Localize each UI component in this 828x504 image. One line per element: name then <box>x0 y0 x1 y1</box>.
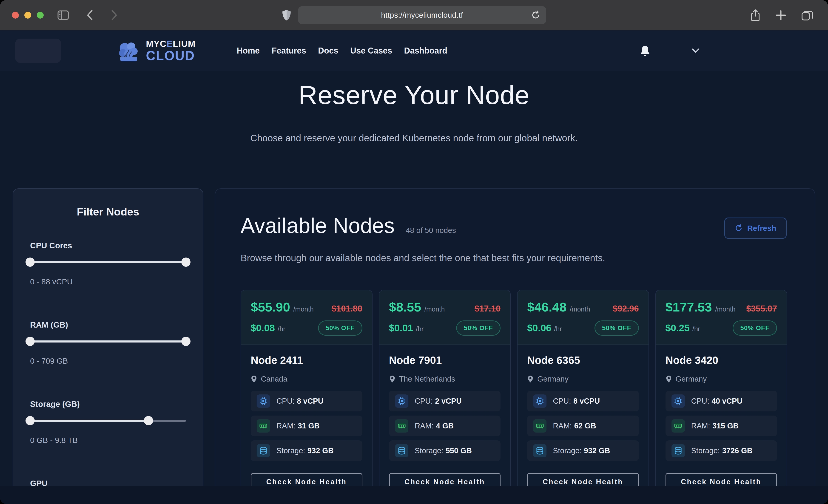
traffic-lights <box>12 12 44 18</box>
site-navbar: MYCELIUM CLOUD Home Features Docs Use Ca… <box>0 30 828 71</box>
cpu-spec-row: CPU:8 vCPU <box>251 391 362 411</box>
price-header: $177.53 /month $355.07 $0.25 /hr 50% OFF <box>656 290 787 345</box>
refresh-button[interactable]: Refresh <box>724 217 787 239</box>
slider-handle-min[interactable] <box>26 416 35 425</box>
nav-link-use-cases[interactable]: Use Cases <box>350 46 392 55</box>
node-location: Germany <box>676 375 707 383</box>
per-hr-label: /hr <box>554 325 562 333</box>
node-card[interactable]: $55.90 /month $101.80 $0.08 /hr 50% OFF <box>241 290 373 495</box>
shield-icon[interactable] <box>282 9 291 21</box>
notifications-bell-icon[interactable] <box>640 45 650 56</box>
monthly-price: $46.48 <box>527 300 567 314</box>
page-subtitle: Choose and reserve your dedicated Kubern… <box>0 133 828 143</box>
cpu-value: 8 vCPU <box>573 397 600 405</box>
storage-icon <box>257 444 270 457</box>
filter-range-storage: 0 GB - 9.8 TB <box>30 436 186 445</box>
back-icon[interactable] <box>86 10 93 21</box>
nav-link-dashboard[interactable]: Dashboard <box>404 46 447 55</box>
original-price: $92.96 <box>613 304 638 313</box>
zoom-window-button[interactable] <box>37 12 44 18</box>
filter-panel: Filter Nodes CPU Cores 0 - 88 vCPU RAM (… <box>13 188 203 501</box>
screenshot-stage: https://myceliumcloud.tf <box>0 0 828 504</box>
discount-badge: 50% OFF <box>594 321 639 336</box>
filter-group-cpu: CPU Cores 0 - 88 vCPU <box>30 241 186 286</box>
slider-fill <box>30 261 186 263</box>
cpu-value: 2 vCPU <box>435 397 462 405</box>
logo-line-1: MYCELIUM <box>146 39 196 48</box>
browser-window: https://myceliumcloud.tf <box>0 0 828 504</box>
ram-value: 31 GB <box>298 422 320 430</box>
location-pin-icon <box>666 375 672 383</box>
node-card[interactable]: $46.48 /month $92.96 $0.06 /hr 50% OFF <box>517 290 649 495</box>
storage-range-slider[interactable] <box>30 416 186 426</box>
sidebar-toggle-icon[interactable] <box>57 10 69 20</box>
node-location: The Netherlands <box>399 375 455 383</box>
node-name: Node 2411 <box>251 354 362 366</box>
available-nodes-panel: Available Nodes 48 of 50 nodes Refresh B… <box>215 188 815 501</box>
nav-skeleton-pill <box>15 39 61 63</box>
cpu-value: 8 vCPU <box>297 397 324 405</box>
slider-handle-max[interactable] <box>181 337 191 346</box>
slider-fill <box>30 420 149 422</box>
minimize-window-button[interactable] <box>24 12 31 18</box>
filter-title: Filter Nodes <box>13 205 203 218</box>
node-name: Node 7901 <box>389 354 501 366</box>
storage-spec-row: Storage:932 GB <box>527 440 639 461</box>
section-title: Available Nodes <box>241 214 395 238</box>
nav-link-docs[interactable]: Docs <box>318 46 338 55</box>
discount-badge: 50% OFF <box>733 321 777 336</box>
slider-handle-max[interactable] <box>144 416 153 425</box>
filter-label-cpu: CPU Cores <box>30 241 186 250</box>
ram-value: 62 GB <box>574 422 596 430</box>
monthly-price: $55.90 <box>251 300 290 314</box>
nav-link-home[interactable]: Home <box>237 46 260 55</box>
ram-value: 315 GB <box>712 422 739 430</box>
price-header: $8.55 /month $17.10 $0.01 /hr 50% OFF <box>379 290 510 345</box>
slider-fill <box>30 340 186 342</box>
slider-handle-min[interactable] <box>26 337 35 346</box>
storage-icon <box>533 444 546 457</box>
ram-range-slider[interactable] <box>30 336 186 346</box>
cpu-spec-row: CPU:8 vCPU <box>527 391 639 411</box>
page-title: Reserve Your Node <box>0 80 828 110</box>
cpu-range-slider[interactable] <box>30 257 186 267</box>
storage-label: Storage: <box>415 446 444 455</box>
ram-spec-row: RAM:62 GB <box>527 416 639 436</box>
slider-handle-max[interactable] <box>181 257 191 267</box>
node-card[interactable]: $8.55 /month $17.10 $0.01 /hr 50% OFF <box>379 290 511 495</box>
cpu-icon <box>533 394 546 408</box>
hourly-price: $0.06 <box>527 323 551 334</box>
original-price: $355.07 <box>746 304 777 313</box>
per-hr-label: /hr <box>278 325 285 333</box>
filter-label-ram: RAM (GB) <box>30 320 186 329</box>
refresh-icon <box>735 224 743 232</box>
nav-link-features[interactable]: Features <box>272 46 306 55</box>
share-icon[interactable] <box>750 9 760 21</box>
ram-spec-row: RAM:4 GB <box>389 416 501 436</box>
storage-value: 932 GB <box>584 446 610 455</box>
cpu-icon <box>671 394 685 408</box>
storage-spec-row: Storage:550 GB <box>389 440 501 461</box>
address-bar[interactable]: https://myceliumcloud.tf <box>298 6 546 24</box>
node-name: Node 3420 <box>666 354 777 366</box>
node-card[interactable]: $177.53 /month $355.07 $0.25 /hr 50% OFF <box>655 290 787 495</box>
location-pin-icon <box>389 375 396 383</box>
new-tab-icon[interactable] <box>776 10 786 20</box>
close-window-button[interactable] <box>12 12 19 18</box>
reload-icon[interactable] <box>531 10 540 20</box>
forward-icon[interactable] <box>111 10 118 21</box>
site-logo[interactable]: MYCELIUM CLOUD <box>116 30 196 71</box>
node-location: Canada <box>261 375 288 383</box>
storage-spec-row: Storage:932 GB <box>251 440 362 461</box>
browser-chrome: https://myceliumcloud.tf <box>0 0 828 30</box>
ram-label: RAM: <box>415 422 434 430</box>
filter-group-ram: RAM (GB) 0 - 709 GB <box>30 320 186 366</box>
slider-handle-min[interactable] <box>26 257 35 267</box>
node-count-badge: 48 of 50 nodes <box>406 226 456 235</box>
tab-overview-icon[interactable] <box>801 9 813 21</box>
chevron-down-icon[interactable] <box>692 48 700 53</box>
section-subtitle: Browse through our available nodes and s… <box>241 253 605 263</box>
cpu-label: CPU: <box>415 397 433 405</box>
storage-label: Storage: <box>691 446 720 455</box>
cpu-spec-row: CPU:40 vCPU <box>666 391 777 411</box>
